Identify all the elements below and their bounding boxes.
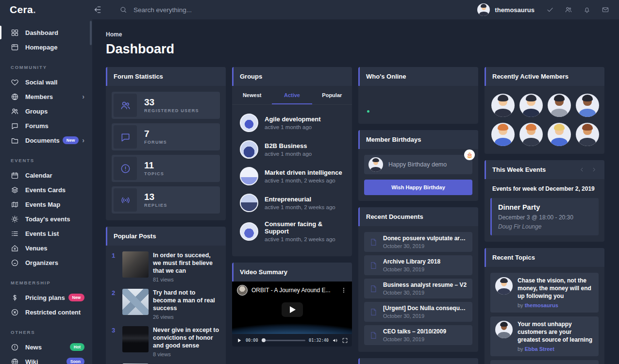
sidebar-item[interactable]: Documents New	[0, 133, 92, 148]
document-item[interactable]: CEO talks – 20/10/2009 October 30, 2019	[364, 325, 472, 345]
sidebar-item[interactable]: Wiki Soon	[0, 354, 92, 364]
card-title: Recent Topics	[485, 248, 604, 267]
member-avatar[interactable]	[491, 94, 515, 117]
avatar	[368, 157, 383, 172]
document-date: October 30, 2019	[383, 336, 446, 342]
sidebar-item[interactable]: Events List	[0, 226, 92, 241]
group-tab[interactable]: Active	[272, 86, 312, 104]
sidebar-item-label: Members	[25, 93, 53, 100]
member-avatar[interactable]	[519, 94, 543, 117]
video-player[interactable]: ORBIT - A Journey Around E...	[232, 281, 352, 334]
sidebar-item[interactable]: Pricing plans New	[0, 290, 92, 305]
group-activity: active 1 month, 2 weeks ago	[265, 204, 335, 210]
post-title: Never give in except to convictions of h…	[153, 326, 220, 349]
group-tab[interactable]: Newest	[232, 86, 272, 104]
group-item[interactable]: Market driven intelligence active 1 mont…	[240, 167, 344, 185]
event-name: Dinner Party	[498, 203, 592, 211]
sidebar-item[interactable]: Dashboard	[0, 25, 92, 40]
topic-author-link[interactable]: Ebba Street	[525, 346, 554, 352]
channel-avatar[interactable]	[237, 285, 248, 296]
sidebar-item[interactable]: News Hot	[0, 340, 92, 354]
documents-list: Donec posuere vulputate arcu. … October …	[358, 226, 478, 352]
topbar-action-icon[interactable]	[602, 6, 609, 14]
post-views: 8 views	[153, 351, 220, 357]
member-avatar[interactable]	[576, 94, 599, 117]
sidebar-item[interactable]: Calendar	[0, 168, 92, 182]
post-item[interactable]: 3 Never give in except to convictions of…	[112, 326, 220, 357]
stat-value: 33	[144, 98, 199, 107]
document-item[interactable]: Donec posuere vulputate arcu. … October …	[364, 232, 472, 252]
topbar-action-icon[interactable]	[565, 6, 572, 14]
volume-icon[interactable]	[332, 337, 338, 344]
video-current-time: 00:00	[246, 338, 258, 343]
chevron-right-icon[interactable]	[591, 167, 597, 172]
online-member[interactable]	[367, 94, 389, 116]
sidebar-item-label: Forums	[25, 122, 49, 130]
sidebar-item-label: Calendar	[25, 172, 52, 179]
member-avatar[interactable]	[519, 123, 543, 146]
topic-title: Your most unhappy customers are your gre…	[518, 321, 594, 344]
document-item[interactable]: Archive Library 2018 October 30, 2019	[364, 255, 472, 275]
group-item[interactable]: B2B Business active 1 month ago	[240, 140, 344, 159]
post-thumbnail	[122, 289, 149, 315]
wish-happy-birthday-button[interactable]: Wish Happy Birthday	[364, 180, 472, 195]
sidebar-item-icon	[11, 122, 19, 130]
topic-item[interactable]: You're probably in trouble by Toba Carew	[490, 360, 599, 364]
post-item[interactable]: 2 Try hard not to become a man of real s…	[112, 289, 220, 320]
event-item[interactable]: Dinner Party December 3 @ 18:00 - 20:30 …	[490, 198, 599, 235]
video-progress-bar[interactable]	[262, 340, 305, 341]
document-title: Business analyst resume – V2	[383, 281, 467, 288]
app-logo[interactable]: Cera.	[10, 4, 36, 16]
sidebar-item[interactable]: Organizers	[0, 255, 92, 270]
member-avatar[interactable]	[548, 94, 571, 117]
birthday-item[interactable]: Happy Birthday demo 🎂	[364, 155, 472, 174]
search-input[interactable]	[134, 6, 299, 14]
card-title: Popular Posts	[106, 227, 226, 246]
sidebar-item[interactable]: Social wall	[0, 75, 92, 89]
play-icon[interactable]	[236, 337, 242, 344]
stat-row: 7 FORUMS	[112, 123, 220, 150]
group-tab[interactable]: Popular	[312, 86, 352, 104]
main-content: Home Dashboard Forum Statistics 33 REGIS…	[92, 19, 619, 364]
document-title: Archive Library 2018	[383, 258, 440, 265]
video-play-button[interactable]	[282, 302, 303, 317]
sidebar-collapse-icon[interactable]	[92, 5, 102, 15]
sidebar-item[interactable]: Forums	[0, 118, 92, 133]
user-menu[interactable]: themosaurus	[477, 3, 535, 16]
member-avatar[interactable]	[491, 123, 515, 146]
sidebar-item[interactable]: Groups	[0, 104, 92, 118]
document-item[interactable]: Business analyst resume – V2 October 30,…	[364, 279, 472, 298]
video-duration: 01:32:40	[309, 338, 329, 343]
sidebar-item[interactable]: Events Cards	[0, 182, 92, 197]
member-avatar[interactable]	[548, 123, 571, 146]
stat-icon	[120, 132, 131, 143]
card-title: Recent Documents	[358, 207, 478, 226]
topic-author-link[interactable]: themosaurus	[525, 302, 558, 308]
group-item[interactable]: Consumer facing & Support active 1 month…	[240, 220, 344, 242]
video-title[interactable]: ORBIT - A Journey Around E...	[251, 287, 336, 294]
topbar-action-icon[interactable]	[583, 6, 591, 14]
fullscreen-icon[interactable]	[342, 337, 348, 344]
sidebar-item[interactable]: Venues	[0, 241, 92, 255]
member-avatar[interactable]	[576, 123, 599, 146]
video-menu-icon[interactable]	[340, 287, 347, 294]
sidebar-item-label: News	[25, 344, 42, 351]
group-item[interactable]: Agile development active 1 month ago	[240, 114, 344, 132]
group-item[interactable]: Entrepreneurial active 1 month, 2 weeks …	[240, 194, 344, 212]
post-item[interactable]: 1 In order to succeed, we must first bel…	[112, 251, 220, 282]
topbar-action-icon[interactable]	[546, 6, 554, 14]
breadcrumb[interactable]: Home	[106, 31, 604, 38]
sidebar-item[interactable]: Today's events	[0, 212, 92, 226]
chevron-left-icon[interactable]	[579, 167, 585, 172]
topic-item[interactable]: Chase the vision, not the money, the mon…	[490, 273, 599, 313]
card-title: Who's Online	[358, 67, 478, 86]
post-views: 81 views	[153, 277, 220, 282]
topic-item[interactable]: Your most unhappy customers are your gre…	[490, 316, 599, 356]
sidebar-item[interactable]: Homepage	[0, 40, 92, 54]
sidebar-item[interactable]: Members	[0, 89, 92, 104]
document-item[interactable]: [Urgent] Doc Nulla consequat … October 3…	[364, 302, 472, 322]
sidebar-item[interactable]: Events Map	[0, 197, 92, 212]
sidebar-item[interactable]: Restricted content	[0, 305, 92, 319]
username: themosaurus	[495, 6, 535, 14]
document-icon	[369, 261, 378, 270]
